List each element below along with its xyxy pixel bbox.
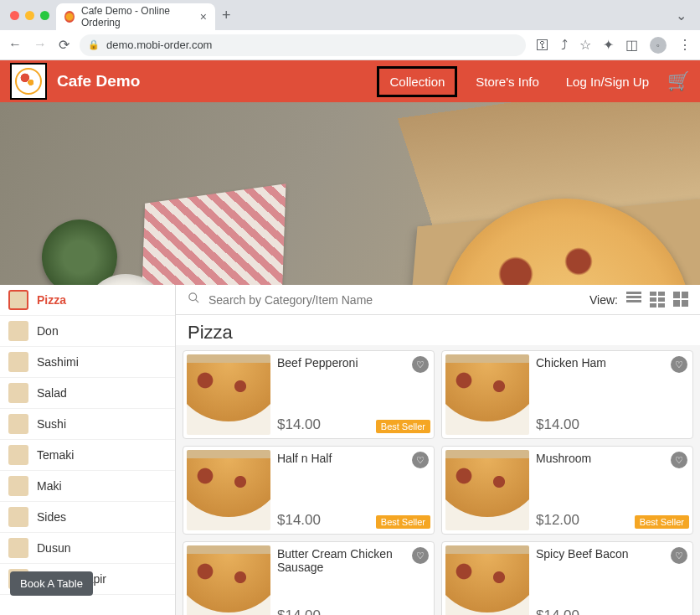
site-logo[interactable]	[10, 63, 47, 100]
product-image	[445, 545, 529, 615]
section-title: Pizza	[176, 315, 700, 345]
product-name: Chicken Ham	[536, 354, 689, 370]
category-thumb-icon	[8, 352, 28, 372]
sidebar-item-sushi[interactable]: Sushi	[0, 409, 175, 440]
search-input[interactable]	[208, 293, 581, 307]
category-thumb-icon	[8, 445, 28, 465]
star-icon[interactable]: ☆	[579, 37, 591, 53]
chevron-down-icon[interactable]: ⌄	[676, 8, 687, 23]
profile-avatar[interactable]: ◦	[650, 37, 667, 54]
favorite-icon[interactable]: ♡	[412, 356, 429, 373]
stores-info-link[interactable]: Store's Info	[467, 70, 547, 94]
product-card[interactable]: Half n Half$14.00♡Best Seller	[183, 446, 435, 535]
sidebar-item-sashimi[interactable]: Sashimi	[0, 347, 175, 378]
browser-toolbar: ← → ⟳ 🔒 demo.mobi-order.com ⚿ ⤴ ☆ ✦ ◫ ◦ …	[0, 30, 700, 60]
category-label: Pizza	[37, 293, 66, 307]
product-name: Half n Half	[277, 450, 430, 465]
maximize-window-icon[interactable]	[40, 11, 49, 20]
product-card[interactable]: Butter Cream Chicken Sausage$14.00♡	[183, 541, 435, 615]
search-bar-row: View:	[176, 285, 700, 315]
product-card[interactable]: Beef Pepperoni$14.00♡Best Seller	[183, 350, 435, 439]
favorite-icon[interactable]: ♡	[671, 356, 687, 373]
product-price: $14.00	[536, 607, 689, 615]
sidebar-item-dusun[interactable]: Dusun	[0, 533, 175, 564]
site-header: Cafe Demo Collection Store's Info Log In…	[0, 60, 700, 102]
panel-icon[interactable]: ◫	[625, 37, 638, 53]
product-name: Spicy Beef Bacon	[536, 545, 689, 561]
cart-icon[interactable]: 🛒	[667, 70, 690, 92]
sidebar-item-don[interactable]: Don	[0, 316, 175, 347]
category-label: Maki	[37, 479, 62, 493]
product-card[interactable]: Chicken Ham$14.00♡	[441, 350, 693, 439]
browser-tab-bar: Cafe Demo - Online Ordering × + ⌄	[0, 0, 700, 30]
category-sidebar: PizzaDonSashimiSaladSushiTemakiMakiSides…	[0, 285, 176, 615]
close-tab-icon[interactable]: ×	[200, 10, 207, 23]
product-card[interactable]: Spicy Beef Bacon$14.00♡	[441, 541, 693, 615]
tab-title: Cafe Demo - Online Ordering	[81, 5, 193, 28]
lock-icon: 🔒	[88, 39, 100, 50]
sidebar-item-temaki[interactable]: Temaki	[0, 440, 175, 471]
category-label: Dusun	[37, 541, 70, 555]
category-label: Sushi	[37, 417, 66, 431]
hero-banner	[0, 102, 700, 285]
sidebar-item-maki[interactable]: Maki	[0, 471, 175, 502]
category-thumb-icon	[8, 290, 28, 310]
favorite-icon[interactable]: ♡	[412, 547, 429, 564]
favorite-icon[interactable]: ♡	[671, 452, 687, 468]
view-label: View:	[589, 293, 618, 307]
product-name: Beef Pepperoni	[277, 354, 430, 370]
category-thumb-icon	[8, 414, 28, 434]
reload-button[interactable]: ⟳	[59, 37, 69, 53]
list-view-icon[interactable]	[626, 292, 641, 308]
product-image	[187, 545, 270, 615]
favorite-icon[interactable]: ♡	[412, 452, 429, 468]
product-price: $14.00	[277, 607, 430, 615]
url-text: demo.mobi-order.com	[106, 39, 212, 51]
category-label: Temaki	[37, 448, 74, 462]
back-button[interactable]: ←	[8, 37, 22, 53]
product-price: $14.00	[536, 416, 689, 435]
category-label: Don	[37, 324, 59, 338]
best-seller-badge: Best Seller	[376, 420, 430, 433]
large-grid-view-icon[interactable]	[650, 292, 665, 308]
product-image	[445, 450, 529, 530]
category-thumb-icon	[8, 383, 28, 403]
site-title[interactable]: Cafe Demo	[57, 72, 140, 90]
book-table-button[interactable]: Book A Table	[10, 571, 93, 596]
forward-button[interactable]: →	[33, 37, 47, 53]
product-name: Mushroom	[536, 450, 689, 465]
svg-point-0	[189, 293, 197, 301]
best-seller-badge: Best Seller	[376, 515, 430, 529]
category-thumb-icon	[8, 321, 28, 341]
browser-tab[interactable]: Cafe Demo - Online Ordering ×	[56, 3, 215, 30]
product-grid: Beef Pepperoni$14.00♡Best SellerChicken …	[176, 345, 700, 615]
best-seller-badge: Best Seller	[635, 515, 689, 529]
category-label: Sashimi	[37, 355, 79, 369]
extensions-icon[interactable]: ✦	[603, 37, 614, 53]
collection-link[interactable]: Collection	[377, 66, 457, 97]
product-image	[187, 354, 270, 435]
new-tab-button[interactable]: +	[222, 7, 231, 24]
share-icon[interactable]: ⤴	[561, 38, 568, 53]
kebab-menu-icon[interactable]: ⋮	[678, 37, 692, 53]
search-icon	[188, 292, 200, 308]
minimize-window-icon[interactable]	[25, 11, 34, 20]
close-window-icon[interactable]	[10, 11, 19, 20]
sidebar-item-pizza[interactable]: Pizza	[0, 285, 175, 316]
category-label: Salad	[37, 386, 67, 400]
sidebar-item-salad[interactable]: Salad	[0, 378, 175, 409]
key-icon[interactable]: ⚿	[536, 38, 549, 53]
product-card[interactable]: Mushroom$12.00♡Best Seller	[441, 446, 693, 535]
product-image	[445, 354, 529, 435]
sidebar-item-sides[interactable]: Sides	[0, 502, 175, 533]
login-link[interactable]: Log In/Sign Up	[558, 70, 657, 94]
category-thumb-icon	[8, 538, 28, 558]
product-name: Butter Cream Chicken Sausage	[277, 545, 430, 574]
window-controls	[10, 11, 49, 20]
svg-line-1	[195, 299, 198, 302]
favorite-icon[interactable]: ♡	[671, 547, 687, 564]
small-grid-view-icon[interactable]	[673, 292, 688, 308]
category-thumb-icon	[8, 476, 28, 496]
address-bar[interactable]: 🔒 demo.mobi-order.com	[80, 34, 526, 56]
category-label: Sides	[37, 510, 66, 524]
